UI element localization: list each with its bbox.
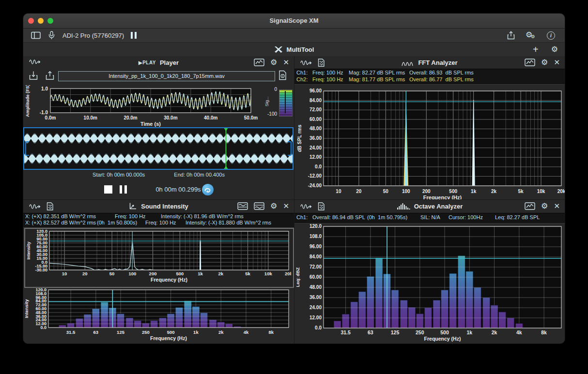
device-label[interactable]: ADI-2 Pro (57760297) — [62, 32, 124, 39]
fft-icon — [402, 59, 414, 66]
svg-text:Frequency (Hz): Frequency (Hz) — [424, 336, 461, 342]
svg-text:-24.00: -24.00 — [308, 183, 322, 188]
tab-multitool[interactable]: MultiTool — [23, 43, 565, 56]
svg-text:20: 20 — [82, 271, 88, 276]
multitool-icon — [274, 46, 283, 53]
svg-text:50.0m: 50.0m — [244, 115, 258, 120]
octave-bars-chart[interactable]: 120.0108.096.0084.0072.0060.0048.0036.00… — [294, 224, 565, 344]
fft-ch1-label: Ch1: — [296, 70, 308, 75]
svg-text:108.0: 108.0 — [309, 234, 322, 239]
si-settings-gear-icon[interactable]: ⚙ — [270, 202, 277, 210]
octave-settings-gear-icon[interactable]: ⚙ — [541, 202, 548, 210]
svg-text:50: 50 — [109, 271, 115, 276]
chart-view-icon[interactable] — [254, 59, 264, 66]
fft-ch1-freq: Freq: 100 Hz — [312, 70, 343, 75]
tool-settings-gears-icon[interactable]: ⚙ ⚙ — [526, 31, 536, 40]
selection-left-handle[interactable] — [25, 141, 29, 156]
fft-ch1-mag: Mag: 82.27 dB SPL rms — [349, 70, 405, 75]
chart-view-icon[interactable] — [525, 59, 535, 66]
oct-sil: SIL: N/A — [420, 214, 440, 220]
svg-text:5k: 5k — [245, 271, 250, 276]
svg-text:60.00: 60.00 — [309, 274, 322, 280]
svg-text:0.0: 0.0 — [315, 325, 322, 330]
svg-text:2k: 2k — [491, 189, 497, 194]
oct-overall: Overall: 86.94 dB SPL — [312, 214, 365, 220]
svg-text:8k: 8k — [268, 329, 274, 335]
svg-text:31.5: 31.5 — [66, 329, 76, 335]
waveform-overview-selector[interactable] — [23, 127, 294, 170]
svg-text:48.00: 48.00 — [309, 126, 322, 131]
si-spectrum-selected-frame[interactable]: 120.0105.090.0075.0060.0045.0030.0015.00… — [24, 228, 294, 288]
chart-view-icon[interactable] — [525, 202, 535, 210]
selection-start-label: Start: 0h 00m 00.000s — [93, 172, 145, 178]
svg-text:0.0: 0.0 — [40, 325, 46, 330]
sidebar-icon[interactable] — [31, 31, 41, 39]
svg-text:84.00: 84.00 — [309, 98, 322, 103]
player-waveform-chart[interactable]: 1.0-1.00.0m10.0m20.0m30.0m40.0m50.0mTime… — [23, 85, 294, 127]
svg-text:500: 500 — [167, 329, 175, 335]
svg-text:10: 10 — [62, 271, 67, 276]
si-spectrum-chart[interactable]: 120.0105.090.0075.0060.0045.0030.0015.00… — [25, 229, 291, 285]
svg-text:20: 20 — [356, 189, 362, 194]
panel-sound-intensity: Sound Intensity ⚙ ✕ X: (+X) 82.351 dB W/… — [23, 200, 294, 344]
svg-text:-30.00: -30.00 — [35, 268, 47, 272]
share-icon[interactable] — [507, 31, 515, 40]
loop-button[interactable] — [202, 184, 214, 195]
microphone-icon[interactable] — [48, 31, 55, 40]
fft-ch2-freq: Freq: 100 Hz — [312, 76, 343, 82]
si-readout-strip: X: (+X) 82.351 dB W/m^2 rms Freq: 100 Hz… — [23, 213, 294, 228]
colorbar-axis-label: Sig... — [264, 96, 269, 106]
svg-text:20k: 20k — [285, 271, 291, 276]
info-icon[interactable]: i — [547, 31, 555, 40]
app-window: SignalScope XM ADI-2 Pro (57760297) ⚙ ⚙ … — [23, 14, 565, 344]
svg-text:12.00: 12.00 — [309, 154, 322, 160]
add-tool-button[interactable]: + — [533, 45, 539, 54]
oct-ch-label: Ch1: — [296, 214, 308, 220]
svg-text:200: 200 — [149, 271, 157, 276]
player-close-icon[interactable]: ✕ — [283, 58, 289, 67]
svg-text:20.0m: 20.0m — [124, 115, 137, 120]
fft-settings-gear-icon[interactable]: ⚙ — [541, 59, 548, 66]
player-settings-gear-icon[interactable]: ⚙ — [270, 59, 277, 66]
svg-text:1.0: 1.0 — [41, 86, 48, 91]
svg-text:20k: 20k — [557, 189, 565, 194]
pause-button[interactable] — [120, 185, 127, 194]
svg-text:40.0m: 40.0m — [204, 115, 217, 120]
si-close-icon[interactable]: ✕ — [283, 202, 289, 210]
svg-text:4k: 4k — [244, 329, 249, 335]
fft-spectrum-chart[interactable]: 96.0084.0072.0060.0048.0036.0024.0012.00… — [294, 84, 565, 199]
chart-bottom-view-icon[interactable] — [254, 202, 264, 210]
fft-close-icon[interactable]: ✕ — [554, 58, 560, 67]
svg-text:Amplitude (FS): Amplitude (FS) — [25, 85, 30, 117]
export-file-icon[interactable] — [46, 71, 54, 80]
svg-text:96.00: 96.00 — [309, 244, 322, 249]
svg-text:Time (s): Time (s) — [140, 121, 161, 127]
si-intensity-1: Intensity: (-X) 81.96 dB W/m^2 rms — [161, 213, 244, 219]
svg-text:250: 250 — [142, 329, 150, 335]
svg-text:Frequency (Hz): Frequency (Hz) — [423, 194, 462, 199]
import-file-icon[interactable] — [29, 71, 38, 80]
svg-text:72.00: 72.00 — [309, 107, 322, 112]
svg-text:0.0m: 0.0m — [45, 115, 56, 120]
selection-right-handle[interactable] — [288, 141, 292, 156]
svg-text:0.0: 0.0 — [315, 164, 322, 169]
si-octave-bars-chart[interactable]: 120.0108.096.0084.0072.0060.0048.0036.00… — [23, 287, 294, 344]
svg-text:63: 63 — [368, 329, 373, 335]
transport-controls: 0h 00m 00.299s — [23, 184, 294, 198]
octave-close-icon[interactable]: ✕ — [554, 202, 560, 210]
svg-text:1k: 1k — [198, 271, 203, 276]
svg-text:100: 100 — [128, 271, 136, 276]
svg-text:-12.00: -12.00 — [308, 173, 322, 179]
loaded-file-field[interactable]: Intensity_pp_1k_100_0_1k20_180_7p15mm.wa… — [58, 71, 275, 81]
layout-gear-button[interactable]: ⚙ — [551, 45, 558, 53]
stop-button[interactable] — [104, 185, 112, 194]
svg-text:84.00: 84.00 — [309, 254, 322, 259]
svg-text:10k: 10k — [537, 189, 545, 194]
si-x-plus-2: X: (+X) 82.527 dB W/m^2 rms — [25, 220, 96, 225]
svg-text:60.00: 60.00 — [309, 117, 322, 122]
file-info-icon[interactable] — [279, 70, 287, 80]
multitool-grid: ▶PLAY Player ⚙ ✕ Int — [23, 56, 565, 344]
chart-top-view-icon[interactable] — [237, 202, 248, 210]
pause-stream-icon[interactable] — [131, 32, 137, 39]
tool-tabbar: MultiTool + ⚙ — [23, 43, 565, 57]
